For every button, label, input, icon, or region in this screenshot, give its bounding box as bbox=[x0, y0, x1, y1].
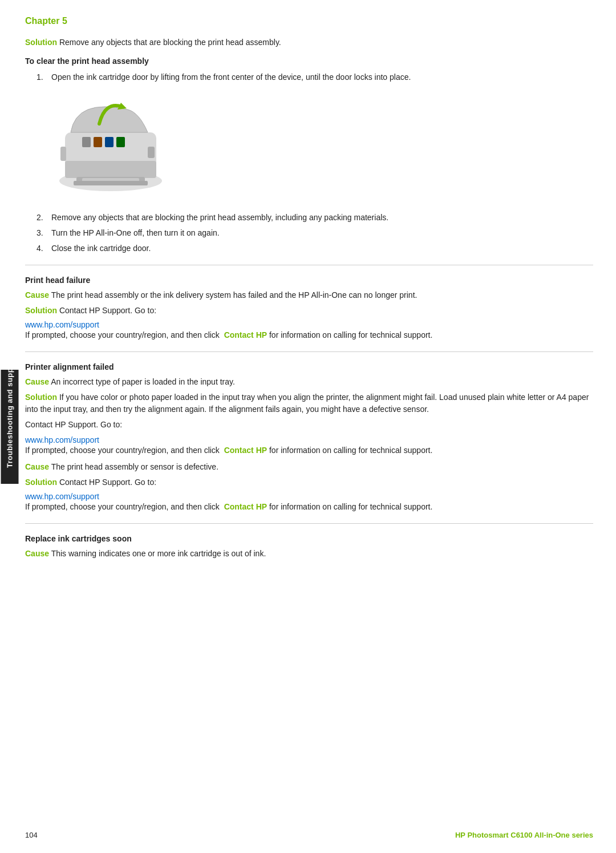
solution-text-0-1: Contact HP Support. Go to: bbox=[59, 306, 156, 315]
hp-support-link-2[interactable]: www.hp.com/support bbox=[25, 492, 99, 501]
cause-block-2-0: Cause This warning indicates one or more… bbox=[25, 548, 593, 560]
step-4: 4. Close the ink cartridge door. bbox=[37, 242, 593, 254]
para-after-1-4: for information on calling for technical… bbox=[269, 446, 432, 455]
cause-block-1-0: Cause An incorrect type of paper is load… bbox=[25, 376, 593, 388]
solution-label-0-1: Solution bbox=[25, 306, 57, 315]
divider-3 bbox=[25, 523, 593, 524]
cause-text-1-5: The print head assembly or sensor is def… bbox=[51, 462, 218, 471]
section-title-printer-alignment: Printer alignment failed bbox=[25, 362, 593, 371]
para-1-4: If prompted, choose your country/region,… bbox=[25, 444, 593, 456]
para-0-3: If prompted, choose your country/region,… bbox=[25, 329, 593, 341]
cause-label-1-5: Cause bbox=[25, 462, 49, 471]
contact-hp-link-1-4[interactable]: Contact HP bbox=[224, 446, 267, 455]
plain-1-2: Contact HP Support. Go to: bbox=[25, 419, 593, 431]
svg-rect-10 bbox=[148, 147, 155, 158]
solution-block-1-1: Solution If you have color or photo pape… bbox=[25, 391, 593, 415]
link-1-3[interactable]: www.hp.com/support bbox=[25, 435, 593, 444]
cause-text-2-0: This warning indicates one or more ink c… bbox=[51, 549, 266, 558]
para-after-1-8: for information on calling for technical… bbox=[269, 502, 432, 511]
section-title-replace-ink: Replace ink cartridges soon bbox=[25, 534, 593, 543]
step-2-text: Remove any objects that are blocking the… bbox=[51, 212, 388, 224]
sidebar-tab: Troubleshooting and support bbox=[1, 370, 19, 484]
page-footer: 104 HP Photosmart C6100 All-in-One serie… bbox=[25, 831, 593, 839]
step-3-text: Turn the HP All-in-One off, then turn it… bbox=[51, 227, 220, 239]
step-4-text: Close the ink cartridge door. bbox=[51, 242, 151, 254]
contact-hp-link-1-8[interactable]: Contact HP bbox=[224, 502, 267, 511]
step-3: 3. Turn the HP All-in-One off, then turn… bbox=[37, 227, 593, 239]
step-1-num: 1. bbox=[37, 71, 51, 83]
solution-block-0-1: Solution Contact HP Support. Go to: bbox=[25, 305, 593, 317]
svg-rect-12 bbox=[74, 181, 148, 185]
solution-text-1-1: If you have color or photo paper loaded … bbox=[25, 393, 589, 414]
cause-label-0-0: Cause bbox=[25, 290, 49, 300]
divider-2 bbox=[25, 351, 593, 352]
hp-support-link-1[interactable]: www.hp.com/support bbox=[25, 435, 99, 444]
link-0-2[interactable]: www.hp.com/support bbox=[25, 320, 593, 329]
section-title-print-head-failure: Print head failure bbox=[25, 276, 593, 285]
solution-text-1-6: Contact HP Support. Go to: bbox=[59, 478, 156, 487]
printer-image-container bbox=[48, 92, 593, 203]
para-text-1-4: If prompted, choose your country/region,… bbox=[25, 446, 220, 455]
hp-support-link-0[interactable]: www.hp.com/support bbox=[25, 320, 99, 329]
svg-rect-3 bbox=[65, 161, 156, 178]
cause-block-0-0: Cause The print head assembly or the ink… bbox=[25, 289, 593, 301]
para-text-1-8: If prompted, choose your country/region,… bbox=[25, 502, 220, 511]
cause-label-1-0: Cause bbox=[25, 377, 49, 386]
para-1-8: If prompted, choose your country/region,… bbox=[25, 501, 593, 513]
intro-solution-text: Remove any objects that are blocking the… bbox=[59, 38, 281, 47]
contact-hp-link-0-3[interactable]: Contact HP bbox=[224, 330, 267, 339]
svg-rect-6 bbox=[82, 137, 91, 147]
solution-block-1-6: Solution Contact HP Support. Go to: bbox=[25, 476, 593, 488]
footer-page-number: 104 bbox=[25, 831, 38, 839]
section-print-head-failure: Print head failure Cause The print head … bbox=[25, 276, 593, 341]
cause-label-2-0: Cause bbox=[25, 549, 49, 558]
printer-illustration bbox=[48, 92, 173, 201]
footer-product-name: HP Photosmart C6100 All-in-One series bbox=[455, 831, 593, 839]
svg-rect-8 bbox=[105, 137, 114, 147]
step-4-num: 4. bbox=[37, 242, 51, 254]
link-1-7[interactable]: www.hp.com/support bbox=[25, 492, 593, 501]
svg-rect-11 bbox=[60, 147, 66, 161]
intro-solution-line: Solution Remove any objects that are blo… bbox=[25, 37, 593, 48]
para-after-0-3: for information on calling for technical… bbox=[269, 330, 432, 339]
chapter-heading: Chapter 5 bbox=[25, 16, 593, 26]
solution-label-intro: Solution bbox=[25, 38, 57, 47]
step-3-num: 3. bbox=[37, 227, 51, 239]
svg-rect-9 bbox=[116, 137, 125, 147]
step-1: 1. Open the ink cartridge door by liftin… bbox=[37, 71, 593, 83]
solution-label-1-1: Solution bbox=[25, 393, 57, 402]
step-2: 2. Remove any objects that are blocking … bbox=[37, 212, 593, 224]
main-content: Chapter 5 Solution Remove any objects th… bbox=[25, 0, 593, 586]
cause-text-1-0: An incorrect type of paper is loaded in … bbox=[51, 377, 235, 386]
cause-block-1-5: Cause The print head assembly or sensor … bbox=[25, 461, 593, 473]
svg-rect-7 bbox=[94, 137, 102, 147]
section-replace-ink-cartridges: Replace ink cartridges soon Cause This w… bbox=[25, 534, 593, 560]
solution-label-1-6: Solution bbox=[25, 478, 57, 487]
section-printer-alignment-failed: Printer alignment failed Cause An incorr… bbox=[25, 362, 593, 513]
para-text-0-3: If prompted, choose your country/region,… bbox=[25, 330, 220, 339]
procedure-steps: 1. Open the ink cartridge door by liftin… bbox=[37, 71, 593, 83]
divider-1 bbox=[25, 265, 593, 265]
cause-text-0-0: The print head assembly or the ink deliv… bbox=[51, 290, 418, 300]
step-2-num: 2. bbox=[37, 212, 51, 224]
clear-procedure-heading: To clear the print head assembly bbox=[25, 56, 593, 66]
procedure-steps-2-4: 2. Remove any objects that are blocking … bbox=[37, 212, 593, 254]
step-1-text: Open the ink cartridge door by lifting f… bbox=[51, 71, 411, 83]
